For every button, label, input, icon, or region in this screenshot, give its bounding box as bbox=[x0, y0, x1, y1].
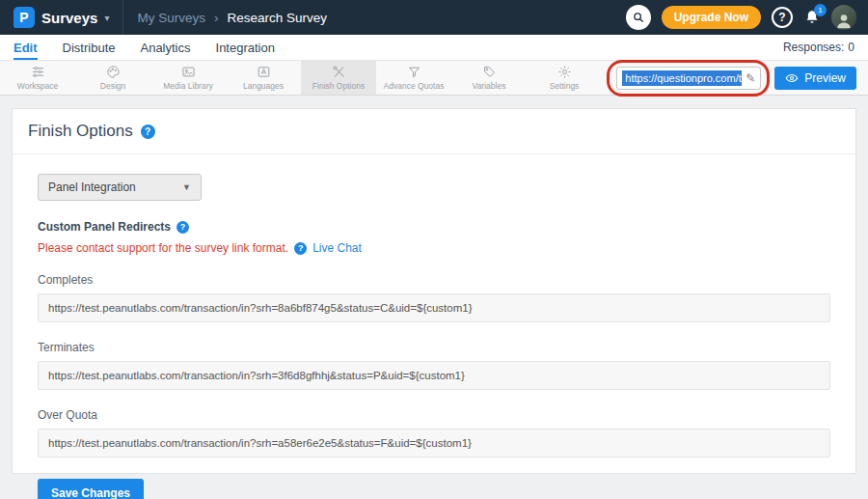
advance-quotas-icon bbox=[407, 65, 421, 79]
over-quota-label: Over Quota bbox=[38, 408, 830, 422]
edit-url-pencil-icon[interactable]: ✎ bbox=[746, 71, 755, 85]
notifications-button[interactable]: 1 bbox=[803, 9, 821, 26]
panel-integration-dropdown[interactable]: Panel Integration ▼ bbox=[38, 174, 202, 201]
toolbar-item-media-library[interactable]: Media Library bbox=[150, 61, 226, 95]
dropdown-selected-value: Panel Integration bbox=[48, 180, 136, 194]
page-title: Finish Options bbox=[28, 122, 133, 141]
support-note-row: Please contact support for the survey li… bbox=[38, 241, 830, 255]
toolbar-item-variables[interactable]: Variables bbox=[451, 61, 527, 95]
variables-tag-icon bbox=[482, 65, 497, 79]
upgrade-now-button[interactable]: Upgrade Now bbox=[662, 6, 761, 29]
tab-analytics[interactable]: Analytics bbox=[140, 35, 190, 60]
preview-button[interactable]: Preview bbox=[774, 67, 856, 90]
toolbar-label: Finish Options bbox=[312, 81, 365, 91]
preview-label: Preview bbox=[804, 71, 846, 85]
terminates-label: Terminates bbox=[38, 341, 830, 354]
completes-label: Completes bbox=[38, 273, 830, 287]
survey-url-container: https://questionpro.com/t/A ✎ bbox=[616, 67, 761, 90]
breadcrumb-my-surveys[interactable]: My Surveys bbox=[137, 11, 205, 25]
languages-icon bbox=[257, 65, 271, 79]
workspace-icon bbox=[31, 65, 45, 79]
help-question-icon[interactable] bbox=[176, 221, 189, 234]
finish-options-panel: Finish Options Panel Integration ▼ Custo… bbox=[12, 108, 856, 474]
survey-url-field[interactable]: https://questionpro.com/t/A ✎ bbox=[616, 67, 761, 90]
media-library-icon bbox=[181, 65, 196, 79]
search-button[interactable] bbox=[626, 5, 651, 30]
tab-integration[interactable]: Integration bbox=[216, 35, 275, 60]
toolbar-label: Advance Quotas bbox=[384, 81, 445, 91]
toolbar-item-advance-quotas[interactable]: Advance Quotas bbox=[376, 61, 451, 95]
edit-toolbar: Workspace Design Media Library Languages… bbox=[0, 61, 868, 96]
toolbar-item-workspace[interactable]: Workspace bbox=[0, 61, 75, 95]
topbar-actions: Upgrade Now ? 1 bbox=[626, 5, 868, 30]
toolbar-label: Workspace bbox=[17, 81, 58, 91]
user-icon bbox=[834, 11, 854, 30]
help-button[interactable]: ? bbox=[772, 7, 793, 28]
top-bar: P Surveys ▾ My Surveys › Research Survey… bbox=[0, 0, 868, 35]
support-note-text: Please contact support for the survey li… bbox=[38, 241, 288, 255]
breadcrumb: My Surveys › Research Survey bbox=[137, 11, 327, 25]
toolbar-item-finish-options[interactable]: Finish Options bbox=[301, 61, 376, 95]
responses-counter[interactable]: Responses: 0 bbox=[783, 35, 854, 60]
live-chat-link[interactable]: Live Chat bbox=[312, 241, 362, 255]
panel-body: Panel Integration ▼ Custom Panel Redirec… bbox=[13, 154, 855, 499]
search-icon bbox=[632, 11, 645, 24]
toolbar-label: Design bbox=[100, 81, 125, 91]
save-changes-button[interactable]: Save Changes bbox=[38, 479, 144, 499]
finish-options-tools-icon bbox=[332, 65, 346, 79]
product-switcher[interactable]: P Surveys ▾ bbox=[0, 0, 123, 35]
notification-badge: 1 bbox=[814, 4, 827, 16]
terminates-url-input[interactable] bbox=[38, 361, 830, 390]
survey-url-value: https://questionpro.com/t/A bbox=[622, 70, 742, 86]
product-name: Surveys bbox=[41, 10, 97, 26]
survey-nav: Edit Distribute Analytics Integration Re… bbox=[0, 35, 868, 61]
toolbar-label: Settings bbox=[550, 81, 580, 91]
toolbar-item-design[interactable]: Design bbox=[75, 61, 150, 95]
design-palette-icon bbox=[106, 65, 121, 79]
tab-distribute[interactable]: Distribute bbox=[63, 35, 116, 60]
panel-header: Finish Options bbox=[13, 109, 855, 154]
avatar[interactable] bbox=[831, 5, 856, 30]
eye-icon bbox=[785, 71, 799, 85]
custom-panel-redirects-header: Custom Panel Redirects bbox=[38, 220, 830, 234]
questionpro-logo: P bbox=[14, 7, 35, 28]
help-question-icon[interactable] bbox=[141, 125, 155, 139]
completes-url-input[interactable] bbox=[38, 293, 830, 322]
responses-count: 0 bbox=[848, 41, 854, 54]
toolbar-label: Variables bbox=[473, 81, 506, 91]
tab-edit[interactable]: Edit bbox=[14, 35, 38, 60]
toolbar-item-languages[interactable]: Languages bbox=[226, 61, 301, 95]
breadcrumb-separator: › bbox=[214, 11, 219, 25]
toolbar-label: Languages bbox=[243, 81, 284, 91]
chevron-down-icon: ▼ bbox=[182, 182, 191, 192]
settings-gear-icon bbox=[557, 65, 572, 79]
responses-label: Responses: bbox=[783, 41, 844, 54]
section-title: Custom Panel Redirects bbox=[38, 220, 171, 234]
over-quota-url-input[interactable] bbox=[38, 429, 830, 457]
live-chat-icon[interactable] bbox=[294, 242, 307, 255]
breadcrumb-current-survey: Research Survey bbox=[227, 11, 327, 25]
toolbar-item-settings[interactable]: Settings bbox=[527, 61, 602, 95]
chevron-down-icon: ▾ bbox=[104, 13, 109, 23]
toolbar-label: Media Library bbox=[163, 81, 213, 91]
